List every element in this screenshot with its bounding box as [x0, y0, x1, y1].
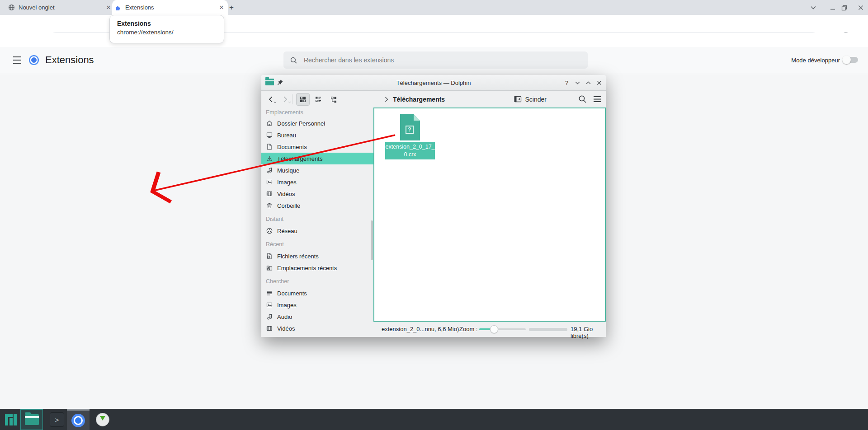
- dolphin-titlebar[interactable]: Téléchargements — Dolphin ?: [261, 75, 606, 91]
- dolphin-window: Téléchargements — Dolphin ?: [261, 75, 606, 337]
- status-file-info: extension_2_0...nnu, 6,6 Mio): [382, 326, 459, 332]
- tab-close-icon[interactable]: ✕: [218, 4, 225, 11]
- dev-mode-label: Mode développeur: [774, 57, 840, 64]
- tab-label: Nouvel onglet: [19, 4, 101, 11]
- dolphin-search-icon[interactable]: [578, 95, 587, 103]
- music-icon: [266, 313, 273, 320]
- globe-icon: [8, 4, 15, 11]
- sidebar-item-images[interactable]: Images: [261, 299, 373, 311]
- sidebar-item-vid-os[interactable]: Vidéos: [261, 322, 373, 334]
- taskbar: >: [0, 409, 868, 430]
- dev-mode-toggle[interactable]: [844, 57, 858, 63]
- document-icon: [266, 143, 273, 150]
- sidebar-item-label: Vidéos: [277, 325, 295, 332]
- terminal-task-button[interactable]: >: [47, 409, 66, 430]
- zoom-label: Zoom :: [459, 326, 477, 332]
- places-section-header: Récent: [261, 237, 373, 250]
- dolphin-window-title: Téléchargements — Dolphin: [261, 79, 606, 86]
- installer-task-button[interactable]: [93, 409, 112, 430]
- sidebar-item-t-l-chargements[interactable]: Téléchargements: [261, 153, 373, 164]
- free-space-text: 19,1 Gio libre(s): [571, 326, 606, 339]
- breadcrumb[interactable]: Téléchargements: [393, 96, 445, 103]
- screen: Nouvel onglet ✕ Extensions ✕ +: [0, 0, 868, 430]
- tab-nouvel-onglet[interactable]: Nouvel onglet ✕: [5, 0, 115, 15]
- sidebar-item-label: Documents: [277, 290, 307, 297]
- extensions-page-title: Extensions: [45, 54, 94, 66]
- sidebar-item-vid-os[interactable]: Vidéos: [261, 188, 373, 200]
- puzzle-icon: [115, 4, 122, 11]
- file-view[interactable]: ? extension_2_0_17_ 0.crx: [373, 108, 606, 322]
- extensions-search-input[interactable]: [303, 56, 579, 64]
- close-button[interactable]: [595, 79, 603, 87]
- sidebar-item-label: Audio: [277, 313, 292, 320]
- browser-tab-bar: Nouvel onglet ✕ Extensions ✕ +: [0, 0, 868, 15]
- tab-search-chevron-icon[interactable]: [809, 4, 817, 12]
- window-close-button[interactable]: [857, 4, 865, 12]
- chromium-icon: [71, 414, 85, 427]
- new-tab-button[interactable]: +: [227, 3, 236, 12]
- sidebar-item-label: Bureau: [277, 132, 296, 139]
- sidebar-item-label: Documents: [277, 144, 307, 150]
- extensions-logo-icon: [29, 55, 39, 65]
- chromium-task-button[interactable]: [67, 409, 90, 430]
- sidebar-item-label: Images: [277, 302, 297, 308]
- sidebar-item-r-seau[interactable]: Réseau: [261, 225, 373, 237]
- view-tree-button[interactable]: [327, 93, 340, 106]
- sidebar-item-fichiers-r-cents[interactable]: Fichiers récents: [261, 250, 373, 262]
- sidebar-item-label: Réseau: [277, 228, 297, 234]
- tab-extensions[interactable]: Extensions ✕: [112, 0, 228, 15]
- dolphin-task-button[interactable]: [20, 409, 43, 430]
- sidebar-item-emplacements-r-cents[interactable]: Emplacements récents: [261, 262, 373, 274]
- download-icon: [266, 155, 273, 162]
- extensions-search-bar[interactable]: [283, 51, 588, 69]
- sidebar-item-musique[interactable]: Musique: [261, 164, 373, 176]
- places-section-header: Chercher: [261, 274, 373, 287]
- help-button[interactable]: ?: [563, 79, 571, 87]
- split-button[interactable]: Scinder: [514, 96, 547, 103]
- download-installer-icon: [96, 413, 109, 426]
- dolphin-menu-icon[interactable]: [593, 96, 602, 103]
- window-minimize-button[interactable]: [829, 4, 837, 12]
- unknown-type-glyph: ?: [406, 126, 414, 134]
- image-icon: [266, 301, 273, 308]
- places-panel: EmplacementsDossier PersonnelBureauDocum…: [261, 108, 374, 337]
- view-compact-button[interactable]: [311, 93, 325, 106]
- video-icon: [266, 325, 273, 332]
- desktop-icon: [266, 131, 273, 139]
- tooltip-title: Extensions: [117, 20, 224, 27]
- maximize-button[interactable]: [585, 79, 592, 87]
- dolphin-task-icon: [25, 414, 39, 425]
- home-icon: [266, 120, 273, 127]
- tab-tooltip: Extensions chrome://extensions/: [109, 15, 224, 43]
- dolphin-toolbar: Téléchargements Scinder: [261, 91, 606, 108]
- tab-divider: [111, 4, 111, 11]
- zoom-slider-knob[interactable]: [490, 325, 498, 333]
- sidebar-item-dossier-personnel[interactable]: Dossier Personnel: [261, 117, 373, 129]
- sidebar-item-images[interactable]: Images: [261, 176, 373, 188]
- minimize-button[interactable]: [574, 79, 581, 87]
- nav-back-button[interactable]: [268, 96, 274, 103]
- search-icon: [290, 56, 297, 64]
- app-menu-button[interactable]: [3, 409, 19, 430]
- terminal-icon: >: [50, 412, 64, 427]
- places-section-header: Distant: [261, 211, 373, 225]
- sidebar-item-audio[interactable]: Audio: [261, 311, 373, 322]
- file-name-label[interactable]: extension_2_0_17_ 0.crx: [385, 142, 435, 159]
- toggle-knob: [842, 56, 851, 64]
- sidebar-item-label: Vidéos: [277, 191, 295, 197]
- breadcrumb-chevron-icon: [385, 97, 388, 102]
- sidebar-item-documents[interactable]: Documents: [261, 287, 373, 299]
- sidebar-item-documents[interactable]: Documents: [261, 141, 373, 153]
- split-icon: [514, 96, 522, 103]
- places-section-header: Emplacements: [261, 108, 373, 117]
- nav-forward-button[interactable]: [282, 96, 288, 103]
- view-icons-button[interactable]: [296, 93, 310, 106]
- sidebar-item-label: Musique: [277, 167, 299, 174]
- sidebar-item-corbeille[interactable]: Corbeille: [261, 200, 373, 211]
- places-scrollbar[interactable]: [371, 220, 373, 260]
- sidebar-item-bureau[interactable]: Bureau: [261, 129, 373, 141]
- hamburger-menu-icon[interactable]: [13, 56, 22, 64]
- folder-clock-icon: [266, 264, 273, 271]
- zoom-slider[interactable]: [479, 328, 526, 330]
- window-restore-button[interactable]: [840, 4, 848, 12]
